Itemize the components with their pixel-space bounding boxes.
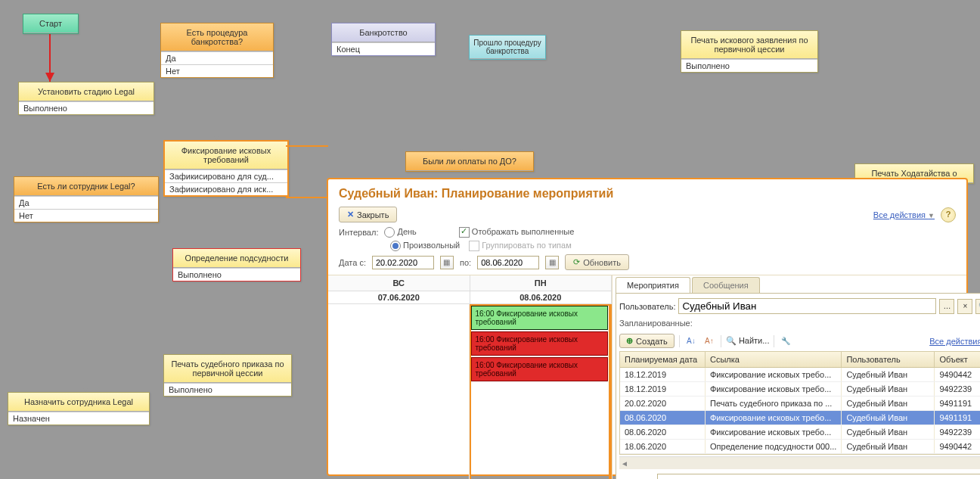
date-from-input[interactable] bbox=[372, 256, 434, 269]
flow-set-legal: Установить стадию Legal Выполнено bbox=[18, 82, 154, 115]
close-button[interactable]: ✕Закрыть bbox=[339, 207, 397, 222]
flow-passed: Прошло процедуру банкротства bbox=[469, 35, 546, 60]
planner-window: Судебный Иван: Планирование мероприятий … bbox=[327, 178, 968, 476]
flow-print-claim: Печать искового заявления по первичной ц… bbox=[681, 30, 818, 73]
flow-bankr: Банкротство Конец bbox=[331, 23, 436, 56]
search-icon: 🔍 bbox=[726, 336, 737, 345]
history-input[interactable] bbox=[657, 474, 980, 479]
cal-date-1: 07.06.2020 bbox=[328, 291, 470, 304]
flow-start: Старт bbox=[23, 14, 79, 34]
col-date[interactable]: Планируемая дата bbox=[620, 352, 706, 367]
ellipsis-icon[interactable]: … bbox=[939, 299, 954, 314]
clear-icon[interactable]: × bbox=[957, 299, 972, 314]
table-row[interactable]: 18.12.2019Фиксирование исковых требо...С… bbox=[620, 368, 980, 382]
flow-were-payments: Были ли оплаты по ДО? bbox=[405, 151, 534, 172]
all-actions-link-2[interactable]: Все действия ▼ bbox=[929, 337, 980, 346]
planner-title: Судебный Иван: Планирование мероприятий bbox=[328, 179, 966, 204]
table-row[interactable]: 18.12.2019Фиксирование исковых требо...С… bbox=[620, 382, 980, 397]
flow-fix-claims: Фиксирование исковых требований Зафикиси… bbox=[163, 140, 289, 197]
date-to-input[interactable] bbox=[477, 256, 539, 269]
table-row[interactable]: 08.06.2020Фиксирование исковых требо...С… bbox=[620, 425, 980, 440]
tab-events[interactable]: Мероприятия bbox=[616, 277, 690, 293]
events-table: Планируемая дата Ссылка Пользователь Объ… bbox=[619, 351, 980, 455]
table-row[interactable]: 18.06.2020Определение подсудности 000...… bbox=[620, 440, 980, 454]
calendar-icon[interactable]: ▦ bbox=[545, 256, 559, 269]
calendar-icon[interactable]: ▦ bbox=[440, 256, 454, 269]
cal-event[interactable]: 16:00 Фиксирование исковых требований bbox=[471, 306, 609, 330]
tool-icon[interactable]: 🔧 bbox=[779, 334, 792, 348]
table-row[interactable]: 08.06.2020Фиксирование исковых требо...С… bbox=[620, 411, 980, 425]
interval-label: Интервал: bbox=[339, 228, 378, 237]
interval-day-radio[interactable]: День bbox=[384, 227, 416, 238]
cal-weekday-2: ПН bbox=[470, 275, 612, 291]
flow-assign-emp: Назначить сотрудника Legal Назначен bbox=[8, 392, 150, 425]
sort-asc-icon[interactable]: A↓ bbox=[684, 334, 698, 348]
cal-weekday-1: ВС bbox=[328, 275, 470, 291]
cal-event[interactable]: 16:00 Фиксирование исковых требований bbox=[471, 357, 609, 381]
refresh-button[interactable]: ⟳Обновить bbox=[565, 254, 629, 270]
calendar-pane: ВС ПН 07.06.2020 08.06.2020 16:00 Фиксир… bbox=[328, 275, 612, 479]
group-types-checkbox[interactable]: Группировать по типам bbox=[469, 241, 572, 251]
help-icon[interactable]: ? bbox=[941, 207, 956, 222]
col-link[interactable]: Ссылка bbox=[706, 352, 842, 367]
user-input[interactable] bbox=[678, 298, 936, 314]
chevron-down-icon: ▼ bbox=[928, 212, 935, 219]
col-obj[interactable]: Объект bbox=[935, 352, 980, 367]
tab-messages[interactable]: Сообщения bbox=[692, 277, 760, 293]
user-label: Пользователь: bbox=[619, 302, 675, 311]
create-button[interactable]: ⊕Создать bbox=[619, 334, 675, 348]
find-button[interactable]: 🔍 Найти... bbox=[726, 336, 770, 346]
interval-any-radio[interactable]: Произвольный bbox=[390, 241, 460, 251]
cal-event[interactable]: 16:00 Фиксирование исковых требований bbox=[471, 331, 609, 356]
show-done-checkbox[interactable]: Отображать выполненные bbox=[459, 227, 575, 238]
flow-jurisd: Определение подсудности Выполнено bbox=[172, 248, 301, 281]
sort-desc-icon[interactable]: A↑ bbox=[702, 334, 716, 348]
col-user[interactable]: Пользователь bbox=[842, 352, 935, 367]
date-from-label: Дата с: bbox=[339, 258, 366, 267]
magnify-icon[interactable]: 🔍 bbox=[975, 299, 980, 314]
planned-label: Запланированные: bbox=[619, 316, 980, 331]
close-icon: ✕ bbox=[347, 210, 354, 219]
flow-print-order: Печать судебного приказа по первичной це… bbox=[163, 354, 292, 397]
scrollbar-h[interactable]: ◄► bbox=[619, 456, 980, 469]
cal-date-2: 08.06.2020 bbox=[470, 291, 612, 304]
flow-has-bankr: Есть процедура банкротства? Да Нет bbox=[160, 23, 274, 78]
flow-has-legal-emp: Есть ли сотрудник Legal? Да Нет bbox=[14, 176, 159, 222]
plus-icon: ⊕ bbox=[626, 336, 633, 346]
table-row[interactable]: 20.02.2020Печать судебного приказа по ..… bbox=[620, 397, 980, 411]
refresh-icon: ⟳ bbox=[573, 257, 580, 267]
flow-start-label: Старт bbox=[23, 14, 78, 33]
all-actions-link[interactable]: Все действия ▼ bbox=[873, 210, 935, 219]
date-to-label: по: bbox=[460, 258, 471, 267]
